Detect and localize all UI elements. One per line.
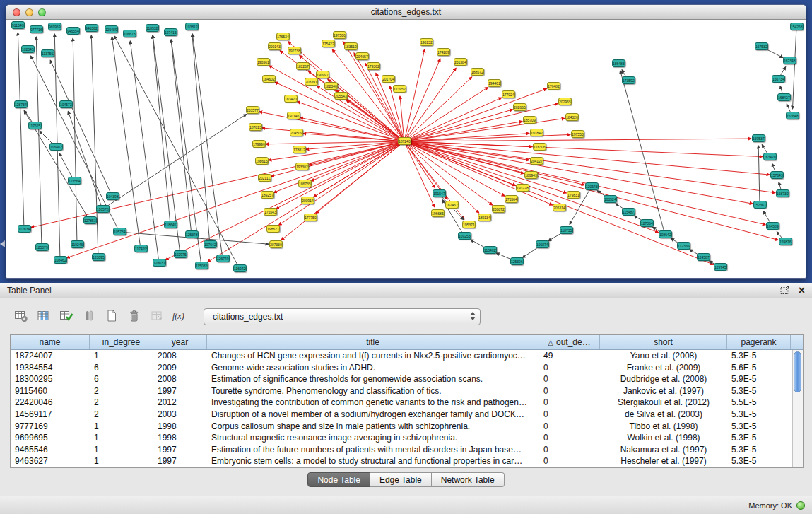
graph-node[interactable]: 20091433 xyxy=(301,197,314,204)
graph-node[interactable]: 17999013 xyxy=(252,140,266,148)
graph-node[interactable]: 10352468 xyxy=(604,195,617,203)
graph-node[interactable]: 11762534 xyxy=(28,122,42,129)
graph-node[interactable]: 12674910 xyxy=(216,255,230,262)
graph-node[interactable]: 18570932 xyxy=(523,116,536,124)
function-builder-button[interactable]: f(x) xyxy=(170,308,189,326)
graph-node[interactable]: 17554301 xyxy=(264,208,277,216)
graph-node[interactable]: 20357715 xyxy=(246,106,259,114)
graph-node[interactable]: 20296513 xyxy=(558,98,572,105)
graph-node[interactable]: 10297534 xyxy=(174,250,187,258)
graph-node[interactable]: 17395284 xyxy=(393,85,406,93)
graph-node[interactable]: 15364820 xyxy=(786,112,799,119)
table-row[interactable]: 911546021997Tourette syndrome. Phenomeno… xyxy=(11,385,803,397)
graph-node[interactable]: 12537914 xyxy=(35,243,49,251)
graph-node[interactable]: 19036102 xyxy=(257,58,270,66)
table-row[interactable]: 1830029562008Estimation of significance … xyxy=(11,373,803,385)
graph-node[interactable]: 15673402 xyxy=(772,75,785,83)
table-settings-button[interactable] xyxy=(11,308,31,326)
graph-node[interactable]: 19330214 xyxy=(295,163,309,170)
table-row[interactable]: 1456911722003Disruption of a novel membe… xyxy=(11,409,803,421)
graph-node[interactable]: 17983124 xyxy=(567,191,580,199)
graph-node[interactable]: 12785346 xyxy=(83,216,97,224)
row-height-button[interactable] xyxy=(79,308,99,326)
graph-node[interactable]: 17556408 xyxy=(505,195,518,203)
graph-node[interactable]: 20014387 xyxy=(268,42,281,50)
graph-node[interactable]: 20733064 xyxy=(269,240,283,248)
graph-node[interactable]: 20211137 xyxy=(258,174,271,182)
graph-node[interactable]: 12064357 xyxy=(585,182,599,190)
graph-node[interactable]: 15764302 xyxy=(770,171,784,179)
graph-node[interactable]: 9463627 xyxy=(85,24,98,32)
graph-node[interactable]: 10457236 xyxy=(59,100,73,108)
graph-node[interactable]: 19537102 xyxy=(462,221,476,228)
graph-node[interactable]: 18648394 xyxy=(612,59,625,67)
float-panel-icon[interactable] xyxy=(780,286,790,295)
graph-node[interactable]: 12530648 xyxy=(510,257,524,265)
graph-node[interactable]: 18342001 xyxy=(284,95,298,103)
graph-node[interactable]: 9777169 xyxy=(30,25,43,33)
graph-node[interactable]: 19861543 xyxy=(255,157,269,165)
column-header-short[interactable]: short xyxy=(600,335,727,349)
graph-node[interactable]: 18351972 xyxy=(344,42,358,50)
column-header-in_degree[interactable]: in_degree xyxy=(90,335,153,349)
vertical-scrollbar[interactable] xyxy=(792,350,803,467)
table-row[interactable]: 1938455462009Genome-wide association stu… xyxy=(11,362,803,374)
graph-node[interactable]: 20412795 xyxy=(530,157,543,165)
network-canvas[interactable]: 1872400720357715187813411799901319861543… xyxy=(6,20,806,277)
graph-node[interactable]: 12048936 xyxy=(105,25,118,33)
close-panel-icon[interactable]: × xyxy=(799,286,805,296)
column-header-year[interactable]: year xyxy=(153,335,207,349)
graph-node[interactable]: 19114521 xyxy=(287,112,300,119)
graph-node[interactable]: 20339152 xyxy=(305,78,318,86)
graph-node[interactable]: 18925742 xyxy=(261,191,274,199)
graph-node[interactable]: 17542268 xyxy=(322,40,335,47)
graph-node[interactable]: 19322856 xyxy=(516,184,529,192)
graph-node[interactable]: 16458903 xyxy=(766,222,779,230)
graph-node[interactable]: 10687425 xyxy=(536,240,549,248)
table-row[interactable]: 969969511998Structural magnetic resonanc… xyxy=(11,432,803,444)
graph-node[interactable]: 15987624 xyxy=(779,238,792,245)
graph-node[interactable]: 19446138 xyxy=(488,79,501,87)
graph-node[interactable]: 10864253 xyxy=(659,230,672,238)
graph-node[interactable]: 17428930 xyxy=(437,48,450,56)
column-header-pagerank[interactable]: pagerank xyxy=(727,335,791,349)
graph-node[interactable]: 12458730 xyxy=(697,253,710,261)
show-columns-button[interactable] xyxy=(34,308,54,326)
graph-node[interactable]: 12974510 xyxy=(714,263,727,271)
graph-node[interactable]: 19099713 xyxy=(316,71,329,78)
graph-node[interactable]: 19862104 xyxy=(266,225,280,233)
graph-node[interactable]: 20266514 xyxy=(513,103,526,111)
graph-node[interactable]: 20554317 xyxy=(334,92,348,100)
graph-node[interactable]: 16842735 xyxy=(777,93,791,101)
graph-node[interactable]: 9699695 xyxy=(48,23,61,30)
graph-node[interactable]: 11742058 xyxy=(134,245,148,252)
graph-node[interactable]: 10439825 xyxy=(106,192,119,200)
graph-node[interactable]: 18857201 xyxy=(471,68,484,76)
graph-node[interactable]: 19184267 xyxy=(530,129,543,136)
graph-node[interactable]: 12863105 xyxy=(153,259,166,267)
column-header-title[interactable]: title xyxy=(207,335,539,349)
column-header-out_de[interactable]: △out_de… xyxy=(539,335,600,349)
graph-node[interactable]: 10234517 xyxy=(21,45,35,53)
edit-table-button[interactable] xyxy=(57,308,76,326)
graph-node[interactable]: 19613274 xyxy=(420,38,433,46)
graph-node[interactable]: 10764235 xyxy=(204,240,217,248)
graph-node[interactable]: 11548736 xyxy=(622,208,635,216)
graph-node[interactable]: 12534876 xyxy=(185,230,199,238)
graph-node[interactable]: 10846253 xyxy=(54,256,67,264)
graph-node[interactable]: 16873254 xyxy=(776,189,789,197)
panel-collapse-arrow[interactable] xyxy=(0,240,5,247)
graph-node[interactable]: 11924637 xyxy=(71,240,84,248)
tab-node-table[interactable]: Node Table xyxy=(307,472,370,487)
graph-node[interactable]: 16234875 xyxy=(783,57,796,64)
column-header-name[interactable]: name xyxy=(11,335,90,349)
graph-node[interactable]: 11508263 xyxy=(195,262,208,269)
graph-node[interactable]: 17936245 xyxy=(367,62,380,70)
graph-node[interactable]: 9115460 xyxy=(11,21,25,29)
graph-node[interactable]: 18781341 xyxy=(249,123,262,131)
graph-node[interactable]: 19273815 xyxy=(288,47,301,54)
graph-node[interactable]: 17830654 xyxy=(533,143,546,151)
graph-node[interactable]: 12741503 xyxy=(164,28,177,36)
graph-node[interactable]: 18234066 xyxy=(324,82,338,90)
graph-node[interactable]: 19668532 xyxy=(431,209,445,217)
